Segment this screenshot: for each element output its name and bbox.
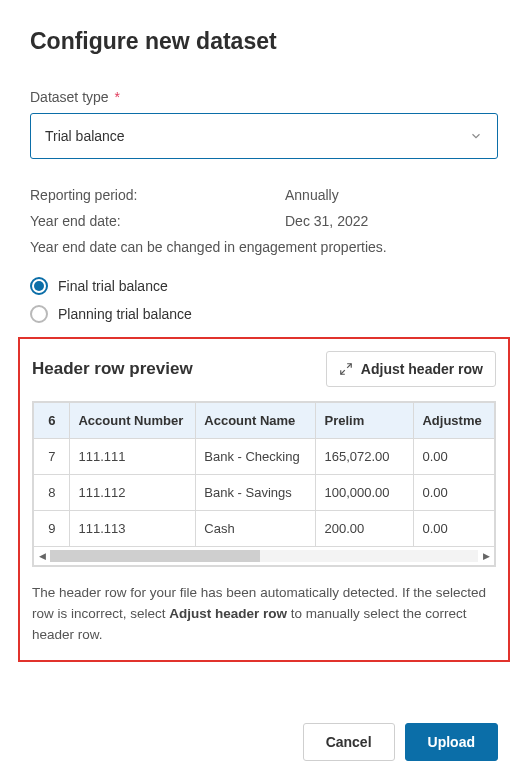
reporting-period-value: Annually	[285, 187, 339, 203]
cell: Cash	[196, 511, 316, 547]
scroll-thumb[interactable]	[50, 550, 260, 562]
horizontal-scrollbar[interactable]: ◀ ▶	[33, 547, 495, 566]
row-index: 7	[34, 439, 70, 475]
dataset-type-label: Dataset type *	[30, 89, 498, 105]
cell: 0.00	[414, 439, 495, 475]
cell: 111.111	[70, 439, 196, 475]
cell: 0.00	[414, 475, 495, 511]
radio-circle-icon	[30, 305, 48, 323]
cell: 111.113	[70, 511, 196, 547]
table-row[interactable]: 9 111.113 Cash 200.00 0.00	[34, 511, 495, 547]
cell: 0.00	[414, 511, 495, 547]
dataset-type-value: Trial balance	[45, 128, 125, 144]
radio-final-trial-balance[interactable]: Final trial balance	[30, 277, 498, 295]
chevron-down-icon	[469, 129, 483, 143]
radio-final-label: Final trial balance	[58, 278, 168, 294]
dataset-type-label-text: Dataset type	[30, 89, 109, 105]
year-end-hint: Year end date can be changed in engageme…	[30, 239, 498, 255]
col-header: Adjustme	[414, 403, 495, 439]
page-title: Configure new dataset	[30, 28, 498, 55]
row-index: 9	[34, 511, 70, 547]
header-row-preview-highlight: Header row preview Adjust header row 6 A…	[18, 337, 510, 662]
col-header: Account Number	[70, 403, 196, 439]
expand-arrows-icon	[339, 362, 353, 376]
radio-planning-label: Planning trial balance	[58, 306, 192, 322]
header-row-description: The header row for your file has been au…	[32, 583, 496, 646]
preview-table: 6 Account Number Account Name Prelim Adj…	[32, 401, 496, 567]
cell: 100,000.00	[316, 475, 414, 511]
radio-dot-icon	[30, 277, 48, 295]
header-row-preview-title: Header row preview	[32, 359, 193, 379]
cell: 200.00	[316, 511, 414, 547]
adjust-header-row-label: Adjust header row	[361, 361, 483, 377]
scroll-right-icon[interactable]: ▶	[478, 547, 494, 565]
cancel-button[interactable]: Cancel	[303, 723, 395, 761]
adjust-header-row-button[interactable]: Adjust header row	[326, 351, 496, 387]
required-asterisk: *	[115, 89, 120, 105]
table-row[interactable]: 7 111.111 Bank - Checking 165,072.00 0.0…	[34, 439, 495, 475]
year-end-value: Dec 31, 2022	[285, 213, 368, 229]
scroll-left-icon[interactable]: ◀	[34, 547, 50, 565]
cell: 165,072.00	[316, 439, 414, 475]
upload-button[interactable]: Upload	[405, 723, 498, 761]
col-header: Account Name	[196, 403, 316, 439]
svg-line-0	[347, 364, 351, 368]
desc-bold: Adjust header row	[169, 606, 287, 621]
table-row[interactable]: 8 111.112 Bank - Savings 100,000.00 0.00	[34, 475, 495, 511]
reporting-period-label: Reporting period:	[30, 187, 285, 203]
year-end-label: Year end date:	[30, 213, 285, 229]
svg-line-1	[341, 370, 345, 374]
radio-planning-trial-balance[interactable]: Planning trial balance	[30, 305, 498, 323]
scroll-track[interactable]	[50, 550, 478, 562]
cell: 111.112	[70, 475, 196, 511]
cell: Bank - Checking	[196, 439, 316, 475]
col-header: Prelim	[316, 403, 414, 439]
cell: Bank - Savings	[196, 475, 316, 511]
row-index: 8	[34, 475, 70, 511]
header-row-index: 6	[34, 403, 70, 439]
dataset-type-select[interactable]: Trial balance	[30, 113, 498, 159]
